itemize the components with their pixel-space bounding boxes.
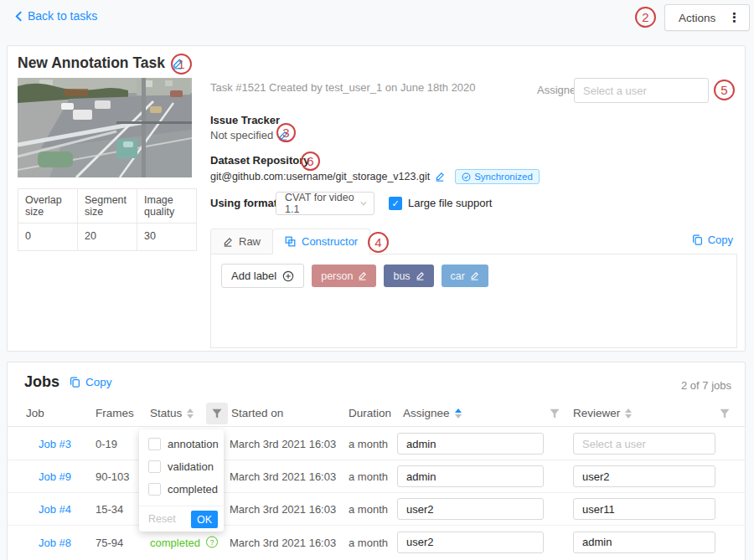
reviewer-input[interactable] — [573, 465, 715, 487]
pencil-icon — [223, 237, 233, 247]
assignee-input[interactable] — [397, 532, 544, 553]
callout-2: 2 — [635, 7, 656, 28]
caret-down-icon — [455, 414, 462, 419]
jobs-copy-button[interactable]: Copy — [70, 376, 112, 388]
label-name: person — [321, 270, 353, 282]
filter-funnel-icon — [550, 408, 560, 419]
caret-down-icon — [625, 414, 632, 419]
table-row: Job #4 15-34 March 3rd 2021 16:03 a mont… — [8, 493, 745, 526]
reviewer-input[interactable] — [573, 498, 715, 520]
labels-panel: Add label person bus car — [210, 254, 737, 348]
caret-up-icon — [187, 408, 194, 413]
col-status[interactable]: Status — [150, 407, 194, 419]
status-filter-button[interactable] — [206, 403, 228, 424]
filter-ok-button[interactable]: OK — [191, 511, 218, 528]
reviewer-input[interactable] — [573, 532, 715, 553]
duration-cell: a month — [349, 536, 388, 548]
more-vertical-icon: ⋮ — [728, 10, 741, 25]
assignee-filter-button[interactable] — [544, 403, 566, 424]
add-label-button[interactable]: Add label — [221, 264, 304, 288]
job-link[interactable]: Job #4 — [39, 503, 71, 516]
callout-1: 1 — [171, 54, 192, 74]
tab-constructor-label: Constructor — [302, 235, 358, 248]
started-cell: March 3rd 2021 16:03 — [230, 470, 336, 483]
duration-cell: a month — [349, 470, 388, 483]
col-assignee[interactable]: Assignee — [403, 407, 462, 419]
back-chevron-icon — [15, 11, 23, 22]
actions-label: Actions — [679, 12, 715, 24]
assignee-input[interactable] — [397, 498, 544, 520]
edit-label-icon[interactable] — [358, 271, 367, 280]
jobs-copy-label: Copy — [85, 376, 112, 388]
tab-raw[interactable]: Raw — [210, 229, 273, 254]
param-header: Image quality — [137, 189, 197, 223]
callout-4: 4 — [368, 232, 389, 253]
filter-funnel-icon — [720, 408, 730, 419]
format-select[interactable]: CVAT for video 1.1 — [276, 192, 374, 215]
assignee-sorter[interactable] — [455, 408, 462, 419]
dataset-repo-label: Dataset Repository — [210, 154, 309, 167]
assigned-to-input[interactable] — [574, 78, 709, 103]
label-tag-person[interactable]: person — [312, 265, 376, 287]
back-to-tasks-link[interactable]: Back to tasks — [15, 9, 97, 23]
check-circle-icon — [462, 172, 471, 182]
task-title-row: New Annotation Task — [18, 54, 183, 72]
large-file-checkbox[interactable]: ✓ — [389, 197, 402, 210]
task-card: New Annotation Task 1 — [7, 45, 746, 352]
edit-label-icon[interactable] — [470, 271, 479, 280]
reviewer-filter-button[interactable] — [714, 403, 736, 424]
dataset-repo-url: git@github.com:username/git_storage_v123… — [210, 171, 430, 182]
label-tag-car[interactable]: car — [442, 265, 488, 287]
col-job: Job — [26, 407, 44, 419]
filter-option-completed[interactable]: completed — [148, 483, 218, 496]
status-sorter[interactable] — [187, 408, 194, 419]
checkbox-icon[interactable] — [148, 483, 161, 496]
sync-status-badge: Synchronized — [455, 169, 540, 184]
reviewer-sorter[interactable] — [625, 408, 632, 419]
job-link[interactable]: Job #9 — [39, 470, 71, 483]
cvat-task-page: Back to tasks Actions ⋮ 2 New Annotation… — [0, 0, 754, 560]
task-params-table: Overlap size Segment size Image quality … — [18, 188, 197, 251]
status-filter-dropdown: annotation validation completed Reset OK — [139, 429, 224, 532]
param-header: Segment size — [78, 189, 137, 223]
edit-repo-icon[interactable] — [435, 172, 445, 182]
col-reviewer-label: Reviewer — [573, 407, 620, 419]
actions-button[interactable]: Actions ⋮ — [664, 4, 750, 31]
status-cell: completed ? — [150, 536, 218, 548]
task-preview-image — [18, 78, 192, 177]
table-row: Job #3 0-19 March 3rd 2021 16:03 a month — [8, 428, 745, 460]
filter-reset-button[interactable]: Reset — [148, 513, 176, 525]
tab-constructor[interactable]: Constructor — [272, 229, 370, 254]
block-icon — [285, 236, 296, 247]
callout-5: 5 — [714, 80, 735, 100]
duration-cell: a month — [349, 438, 388, 450]
frames-cell: 90-103 — [96, 470, 129, 483]
dataset-repo-row: git@github.com:username/git_storage_v123… — [210, 169, 540, 184]
filter-footer: Reset OK — [139, 506, 224, 532]
jobs-count: 2 of 7 jobs — [681, 379, 731, 392]
chevron-down-icon — [360, 201, 367, 206]
param-value: 20 — [78, 223, 137, 251]
checkbox-icon[interactable] — [148, 438, 161, 450]
assignee-input[interactable] — [397, 433, 544, 455]
caret-up-icon — [625, 408, 632, 413]
filter-option-annotation[interactable]: annotation — [148, 438, 219, 450]
checkbox-icon[interactable] — [148, 460, 161, 473]
edit-label-icon[interactable] — [416, 271, 425, 280]
issue-tracker-label: Issue Tracker — [210, 114, 280, 126]
filter-option-validation[interactable]: validation — [148, 460, 214, 473]
table-row: Job #8 75-94 completed ? March 3rd 2021 … — [8, 526, 745, 558]
started-cell: March 3rd 2021 16:03 — [230, 438, 336, 450]
assignee-input[interactable] — [397, 465, 544, 487]
callout-6: 6 — [301, 152, 320, 171]
job-link[interactable]: Job #8 — [39, 536, 71, 548]
label-tag-bus[interactable]: bus — [384, 265, 433, 287]
labels-copy-button[interactable]: Copy — [692, 234, 733, 246]
reviewer-input[interactable] — [573, 433, 715, 455]
frames-cell: 75-94 — [96, 536, 123, 548]
col-reviewer[interactable]: Reviewer — [573, 407, 632, 419]
using-format-label: Using format: — [210, 197, 281, 209]
param-header: Overlap size — [18, 189, 78, 223]
job-link[interactable]: Job #3 — [39, 438, 71, 450]
copy-icon — [70, 377, 80, 388]
